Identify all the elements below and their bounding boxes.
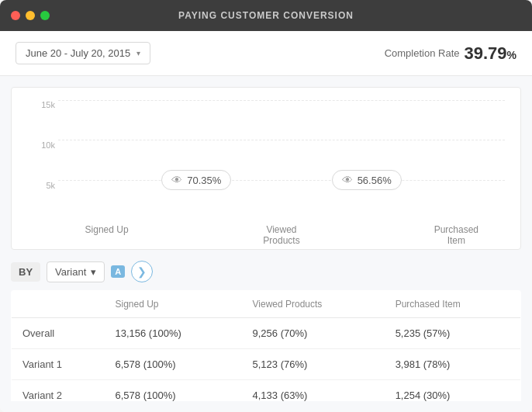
cell-row-name: Overall <box>12 318 105 349</box>
y-label-5k: 5k <box>27 181 55 190</box>
minimize-button[interactable] <box>26 11 35 20</box>
cell-viewed-products: 9,256 (70%) <box>242 318 385 349</box>
variant-select[interactable]: Variant ▾ <box>47 261 105 282</box>
completion-rate-display: Completion Rate 39.79% <box>385 43 516 64</box>
variant-select-label: Variant <box>55 266 86 278</box>
eye-icon-1: 👁 <box>171 174 182 186</box>
completion-value: 39.79% <box>464 43 516 64</box>
main-content: June 20 - July 20, 2015 ▾ Completion Rat… <box>0 31 532 412</box>
chart-grid: 👁 70.35% 👁 56.56% <box>58 100 505 221</box>
x-label-viewed: Viewed Products <box>256 224 306 240</box>
cell-purchased-item: 3,981 (78%) <box>385 349 521 380</box>
conversion-rate-2: 56.56% <box>358 175 392 186</box>
top-bar: June 20 - July 20, 2015 ▾ Completion Rat… <box>0 31 532 76</box>
next-button[interactable]: ❯ <box>131 261 153 282</box>
by-label: BY <box>11 262 40 282</box>
cell-viewed-products: 4,133 (63%) <box>242 380 385 402</box>
completion-label: Completion Rate <box>385 47 460 59</box>
eye-icon-2: 👁 <box>342 174 353 186</box>
y-axis-labels: 15k 10k 5k <box>27 100 55 221</box>
data-table: Signed Up Viewed Products Purchased Item… <box>11 290 521 401</box>
table-header-row: Signed Up Viewed Products Purchased Item <box>12 291 521 318</box>
col-header-name <box>12 291 105 318</box>
app-window: PAYING CUSTOMER CONVERSION June 20 - Jul… <box>0 0 532 412</box>
bottom-section: BY Variant ▾ A ❯ Signed Up Viewed Produc… <box>11 261 521 401</box>
y-label-15k: 15k <box>27 100 55 109</box>
cell-signed-up: 6,578 (100%) <box>105 349 242 380</box>
cell-signed-up: 6,578 (100%) <box>105 380 242 402</box>
bars-wrapper: 👁 70.35% 👁 56.56% <box>58 100 505 221</box>
chevron-down-icon: ▾ <box>136 49 140 57</box>
x-label-signed-up: Signed Up <box>81 224 132 240</box>
cell-row-name: Variant 1 <box>12 349 105 380</box>
variant-badge: A <box>111 265 125 278</box>
table-row: Variant 1 6,578 (100%) 5,123 (76%) 3,981… <box>12 349 521 380</box>
chart-section: 15k 10k 5k <box>11 87 521 250</box>
conversion-badge-2: 👁 56.56% <box>332 170 402 190</box>
col-header-purchased: Purchased Item <box>385 291 521 318</box>
chevron-down-icon-variant: ▾ <box>91 266 96 278</box>
conversion-badge-1: 👁 70.35% <box>161 170 231 190</box>
page-title: PAYING CUSTOMER CONVERSION <box>178 10 354 21</box>
col-header-signed-up: Signed Up <box>105 291 242 318</box>
x-axis-labels: Signed Up Viewed Products Purchased Item <box>58 224 505 240</box>
x-label-purchased: Purchased Item <box>431 224 482 240</box>
maximize-button[interactable] <box>40 11 50 20</box>
table-row: Variant 2 6,578 (100%) 4,133 (63%) 1,254… <box>12 380 521 402</box>
conversion-rate-1: 70.35% <box>187 175 221 186</box>
close-button[interactable] <box>11 11 20 20</box>
cell-signed-up: 13,156 (100%) <box>105 318 242 349</box>
window-controls <box>11 11 50 20</box>
cell-row-name: Variant 2 <box>12 380 105 402</box>
cell-purchased-item: 1,254 (30%) <box>385 380 521 402</box>
table-row: Overall 13,156 (100%) 9,256 (70%) 5,235 … <box>12 318 521 349</box>
y-label-10k: 10k <box>27 140 55 150</box>
date-range-label: June 20 - July 20, 2015 <box>26 47 130 59</box>
filter-bar: BY Variant ▾ A ❯ <box>11 261 521 282</box>
title-bar: PAYING CUSTOMER CONVERSION <box>0 0 532 31</box>
cell-purchased-item: 5,235 (57%) <box>385 318 521 349</box>
date-range-picker[interactable]: June 20 - July 20, 2015 ▾ <box>16 42 150 64</box>
chart-area: 15k 10k 5k <box>27 100 505 240</box>
cell-viewed-products: 5,123 (76%) <box>242 349 385 380</box>
chevron-right-icon: ❯ <box>137 265 147 278</box>
col-header-viewed: Viewed Products <box>242 291 385 318</box>
